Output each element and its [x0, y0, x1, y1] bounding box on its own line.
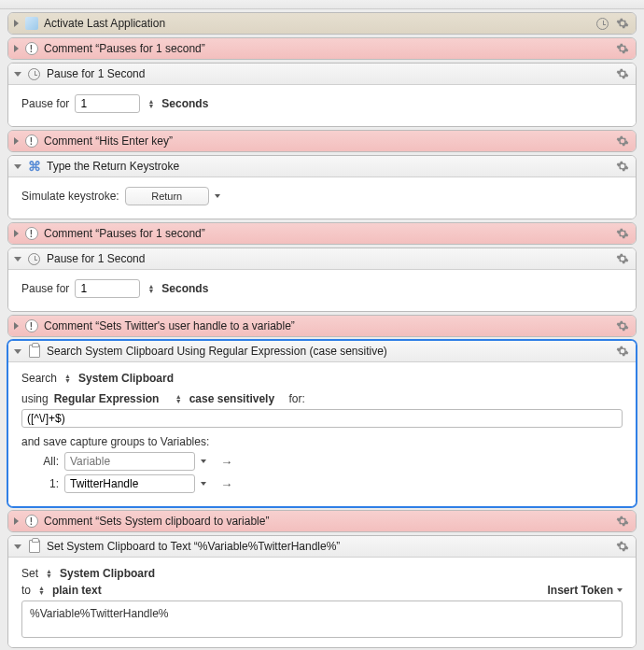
gear-icon[interactable] — [615, 16, 630, 31]
action-header[interactable]: ! Comment “Sets System clipboard to vari… — [8, 511, 636, 531]
action-pause[interactable]: Pause for 1 Second Pause for ▲▼ Seconds — [7, 63, 637, 127]
action-title: Pause for 1 Second — [47, 67, 615, 80]
action-title: Pause for 1 Second — [47, 252, 615, 265]
disclosure-icon[interactable] — [14, 164, 21, 169]
pause-unit-popup[interactable]: Seconds — [161, 97, 208, 110]
updown-icon[interactable]: ▲▼ — [64, 374, 71, 383]
disclosure-icon[interactable] — [14, 230, 19, 237]
exclaim-icon: ! — [24, 515, 38, 529]
action-pause[interactable]: Pause for 1 Second Pause for ▲▼ Seconds — [7, 247, 637, 312]
clipboard-text-input[interactable]: %Variable%TwitterHandle% — [21, 601, 623, 638]
insert-token-label: Insert Token — [548, 584, 613, 597]
action-title: Comment “Sets Twitter's user handle to a… — [44, 319, 615, 332]
set-label: Set — [21, 567, 38, 580]
action-header[interactable]: Pause for 1 Second — [8, 64, 636, 85]
action-header[interactable]: ! Comment “Pauses for 1 second” — [8, 38, 636, 59]
action-comment[interactable]: ! Comment “Hits Enter key” — [7, 130, 637, 152]
exclaim-icon: ! — [24, 134, 38, 148]
clock-icon — [27, 67, 41, 81]
action-header[interactable]: ⌘ Type the Return Keystroke — [8, 156, 636, 177]
chevron-down-icon — [617, 588, 623, 592]
disclosure-icon[interactable] — [14, 322, 19, 330]
to-label: to — [21, 584, 31, 597]
set-target-popup[interactable]: System Clipboard — [60, 567, 155, 580]
regex-input[interactable] — [21, 409, 623, 428]
action-type-keystroke[interactable]: ⌘ Type the Return Keystroke Simulate key… — [7, 155, 637, 219]
action-body: Set ▲▼ System Clipboard to ▲▼ plain text… — [8, 558, 636, 647]
action-body: Simulate keystroke: Return — [8, 177, 636, 219]
gear-icon[interactable] — [615, 159, 630, 174]
gear-icon[interactable] — [615, 66, 630, 81]
disclosure-icon[interactable] — [14, 544, 21, 549]
pause-unit-popup[interactable]: Seconds — [161, 282, 208, 295]
chevron-down-icon[interactable] — [215, 194, 220, 198]
action-header[interactable]: ! Comment “Sets Twitter's user handle to… — [8, 316, 636, 336]
pause-value-input[interactable] — [75, 94, 140, 113]
chevron-down-icon[interactable] — [201, 482, 206, 486]
updown-icon[interactable]: ▲▼ — [147, 284, 154, 293]
action-title: Activate Last Application — [44, 17, 595, 30]
action-search-clipboard[interactable]: Search System Clipboard Using Regular Ex… — [7, 340, 637, 507]
updown-icon[interactable]: ▲▼ — [175, 394, 182, 403]
gear-icon[interactable] — [615, 344, 630, 359]
action-title: Comment “Hits Enter key” — [44, 134, 615, 148]
chevron-down-icon[interactable] — [201, 459, 206, 463]
action-header[interactable]: Set System Clipboard to Text “%Variable%… — [8, 536, 636, 558]
action-activate-last-app[interactable]: Activate Last Application — [7, 12, 637, 35]
app-icon — [24, 17, 38, 31]
updown-icon[interactable]: ▲▼ — [38, 586, 45, 595]
clock-icon — [27, 252, 41, 266]
action-title: Comment “Pauses for 1 second” — [44, 227, 615, 240]
using-mode-popup[interactable]: Regular Expression — [54, 392, 160, 405]
action-title: Search System Clipboard Using Regular Ex… — [47, 345, 615, 358]
capture-1-input[interactable] — [64, 474, 195, 493]
gear-icon[interactable] — [615, 514, 630, 529]
action-body: Pause for ▲▼ Seconds — [8, 85, 636, 126]
to-format-popup[interactable]: plain text — [52, 584, 102, 597]
gear-icon[interactable] — [615, 134, 630, 148]
disclosure-icon[interactable] — [14, 349, 21, 354]
keystroke-popup[interactable]: Return — [125, 187, 209, 205]
disclosure-icon[interactable] — [14, 257, 21, 261]
updown-icon[interactable]: ▲▼ — [46, 569, 52, 578]
gear-icon[interactable] — [615, 41, 630, 56]
gear-icon[interactable] — [615, 226, 630, 241]
case-mode-popup[interactable]: case sensitively — [189, 392, 274, 405]
exclaim-icon: ! — [24, 319, 38, 333]
action-set-clipboard[interactable]: Set System Clipboard to Text “%Variable%… — [7, 535, 637, 648]
search-target-popup[interactable]: System Clipboard — [78, 372, 174, 385]
capture-1-label: 1: — [21, 477, 59, 490]
action-header[interactable]: ! Comment “Hits Enter key” — [8, 131, 636, 151]
action-header[interactable]: Activate Last Application — [8, 13, 636, 34]
arrow-right-icon[interactable]: → — [220, 477, 232, 491]
action-header[interactable]: ! Comment “Pauses for 1 second” — [8, 223, 636, 244]
disclosure-icon[interactable] — [14, 45, 19, 52]
top-divider — [0, 0, 644, 9]
disclosure-icon[interactable] — [14, 20, 19, 27]
updown-icon[interactable]: ▲▼ — [147, 99, 154, 108]
capture-all-input[interactable] — [64, 452, 195, 471]
action-title: Set System Clipboard to Text “%Variable%… — [47, 540, 615, 553]
gear-icon[interactable] — [615, 251, 630, 266]
pause-label: Pause for — [21, 282, 69, 295]
gear-icon[interactable] — [615, 318, 630, 333]
action-comment[interactable]: ! Comment “Pauses for 1 second” — [7, 222, 637, 245]
disclosure-icon[interactable] — [14, 72, 21, 77]
disclosure-icon[interactable] — [14, 517, 19, 525]
action-header[interactable]: Search System Clipboard Using Regular Ex… — [8, 341, 636, 362]
save-groups-label: and save capture groups to Variables: — [21, 435, 209, 448]
disclosure-icon[interactable] — [14, 137, 19, 145]
insert-token-popup[interactable]: Insert Token — [548, 584, 623, 597]
gear-icon[interactable] — [615, 539, 630, 554]
arrow-right-icon[interactable]: → — [220, 455, 232, 469]
keystroke-value: Return — [151, 191, 182, 202]
pause-value-input[interactable] — [75, 279, 140, 298]
clipboard-icon — [27, 540, 41, 554]
for-label: for: — [288, 392, 304, 405]
action-comment[interactable]: ! Comment “Pauses for 1 second” — [7, 37, 637, 60]
search-label: Search — [21, 372, 57, 385]
action-comment[interactable]: ! Comment “Sets Twitter's user handle to… — [7, 315, 637, 337]
using-label: using — [21, 392, 49, 405]
action-header[interactable]: Pause for 1 Second — [8, 248, 636, 270]
action-comment[interactable]: ! Comment “Sets System clipboard to vari… — [7, 510, 637, 532]
